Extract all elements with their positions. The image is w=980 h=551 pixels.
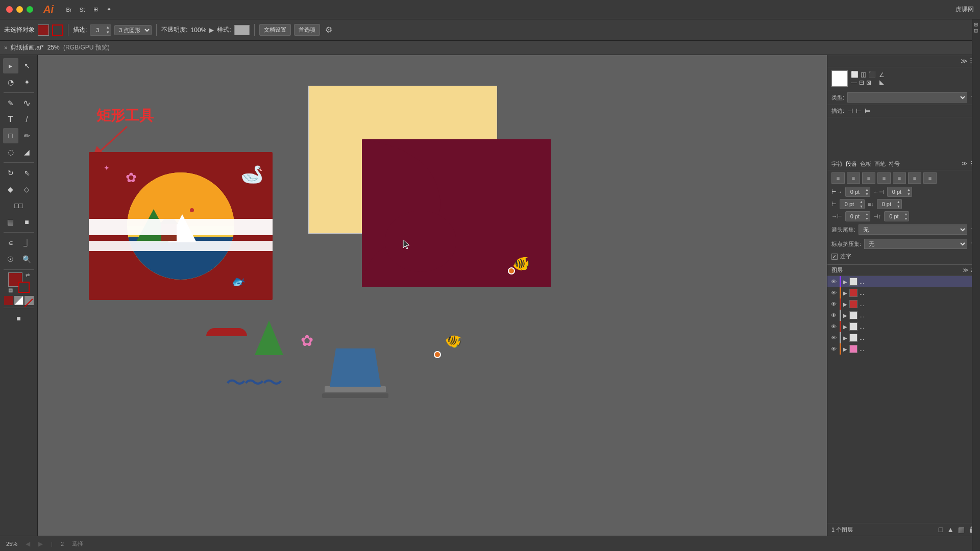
pen-discovery-icon[interactable]: ✦: [103, 4, 114, 15]
angle-icon[interactable]: ∠: [879, 71, 885, 79]
space-before-input[interactable]: [840, 201, 859, 207]
stroke-up-btn[interactable]: ▲: [105, 25, 111, 30]
side-strip-icon-1[interactable]: ⊞: [973, 22, 979, 27]
nav-next-icon[interactable]: ▶: [38, 540, 43, 547]
layer-expand-6[interactable]: ▶: [843, 335, 847, 341]
layer-row-5[interactable]: 👁 ▶ ...: [827, 321, 980, 332]
indent-right-up[interactable]: ▲: [906, 187, 912, 192]
more-tabs-icon[interactable]: ≫: [962, 160, 968, 168]
warp-tool[interactable]: ◆: [3, 182, 18, 197]
align-left-btn[interactable]: ≡: [831, 172, 845, 184]
layer-expand-4[interactable]: ▶: [843, 313, 847, 318]
gradient-tool[interactable]: ◢: [19, 144, 35, 160]
tab-close-btn[interactable]: ×: [4, 44, 8, 52]
nav-prev-icon[interactable]: ◀: [26, 540, 30, 547]
slice-tool[interactable]: ∊: [3, 235, 18, 251]
layer-row-6[interactable]: 👁 ▶ ...: [827, 332, 980, 343]
none-mode-btn[interactable]: [24, 296, 34, 305]
layer-row-7[interactable]: 👁 ▶ ...: [827, 343, 980, 355]
grid-icon[interactable]: ⊞: [90, 4, 101, 15]
layer-expand-7[interactable]: ▶: [843, 346, 847, 352]
layers-make-layer-icon[interactable]: □: [939, 525, 943, 534]
hand-tool[interactable]: ☉: [3, 252, 18, 267]
char-tab-zifu[interactable]: 字符: [831, 160, 843, 168]
layer-eye-2[interactable]: 👁: [829, 290, 838, 296]
char-tab-fuhao[interactable]: 符号: [889, 160, 900, 168]
align-justify-last-btn[interactable]: ≡: [893, 172, 906, 184]
align-justify-btn[interactable]: ≡: [877, 172, 891, 184]
layer-row-4[interactable]: 👁 ▶ ...: [827, 310, 980, 321]
scale-tool[interactable]: ⇖: [19, 165, 35, 181]
maximize-button[interactable]: [27, 6, 33, 13]
select-tool[interactable]: ▸: [3, 58, 18, 73]
stroke-box[interactable]: [52, 24, 63, 36]
line-tool[interactable]: /: [19, 112, 35, 127]
layer-expand-2[interactable]: ▶: [843, 290, 847, 296]
corner-icon[interactable]: ◣: [879, 79, 884, 86]
char-tab-huabi[interactable]: 画笔: [874, 160, 886, 168]
word-space-input[interactable]: [885, 213, 903, 219]
space-before-up[interactable]: ▲: [859, 199, 864, 204]
char-tab-sebans[interactable]: 色板: [860, 160, 871, 168]
indent-right-input[interactable]: [888, 189, 906, 195]
curvature-tool[interactable]: ∿: [19, 95, 35, 111]
minimize-button[interactable]: [16, 6, 23, 13]
artboard-tool[interactable]: ■: [19, 214, 35, 230]
layer-expand-5[interactable]: ▶: [843, 324, 847, 330]
arrange-icon[interactable]: ⚙: [325, 25, 332, 35]
layer-row-3[interactable]: 👁 ▶ ...: [827, 298, 980, 310]
preferences-button[interactable]: 首选项: [294, 24, 320, 36]
avoid-heading-select[interactable]: 无: [859, 224, 967, 235]
layers-move-selection-icon[interactable]: ▲: [947, 525, 954, 534]
column-graph-tool[interactable]: ▦: [3, 214, 18, 230]
word-space-up[interactable]: ▲: [903, 212, 909, 216]
pencil-tool[interactable]: ✏: [19, 128, 35, 143]
panel-more-icon[interactable]: ≫: [961, 57, 968, 65]
layer-eye-3[interactable]: 👁: [829, 301, 838, 307]
align-justify-all-btn[interactable]: ≡: [908, 172, 921, 184]
layer-eye-7[interactable]: 👁: [829, 346, 838, 352]
indent-left-input[interactable]: [846, 189, 864, 195]
type-tool[interactable]: T: [3, 112, 18, 127]
reset-colors-icon[interactable]: ▦: [8, 287, 13, 293]
cap-icon-2[interactable]: ⊟: [859, 79, 864, 86]
color-mode-btn[interactable]: [4, 296, 13, 305]
ligature-checkbox[interactable]: [831, 254, 838, 260]
word-space-down[interactable]: ▼: [903, 216, 909, 221]
bridge-icon[interactable]: Br: [63, 4, 75, 15]
space-after-input[interactable]: [877, 201, 896, 207]
indent-left-up[interactable]: ▲: [864, 187, 870, 192]
indent-left-down[interactable]: ▼: [864, 192, 870, 196]
space-after-down[interactable]: ▼: [896, 204, 901, 209]
layer-row-1[interactable]: 👁 ▶ ...: [827, 276, 980, 287]
space-after-up[interactable]: ▲: [896, 199, 901, 204]
stroke-align-icon-2[interactable]: ◫: [861, 71, 866, 78]
paint-bucket-tool[interactable]: ◌: [3, 144, 18, 160]
align-center-btn[interactable]: ≡: [847, 172, 860, 184]
side-strip-icon-2[interactable]: ⊟: [973, 29, 979, 33]
stroke-width-input[interactable]: [90, 27, 105, 33]
align-right-btn[interactable]: ≡: [862, 172, 875, 184]
indent-right-down[interactable]: ▼: [906, 192, 912, 196]
stroke-color-indicator[interactable]: [18, 282, 30, 293]
stroke-align-icon-1[interactable]: ⬜: [851, 71, 859, 78]
zoom-tool[interactable]: 🔍: [19, 252, 35, 267]
opacity-expand-icon[interactable]: ▶: [209, 27, 214, 34]
first-line-spinner[interactable]: ▲ ▼: [845, 211, 870, 221]
layers-collect-icon[interactable]: ▦: [958, 525, 965, 534]
word-space-spinner[interactable]: ▲ ▼: [884, 211, 909, 221]
layer-eye-6[interactable]: 👁: [829, 335, 838, 341]
indent-right-spinner[interactable]: ▲ ▼: [887, 187, 912, 197]
layer-row-2[interactable]: 👁 ▶ ...: [827, 287, 980, 298]
eyedropper-tool[interactable]: ⏌: [19, 235, 35, 251]
layer-eye-1[interactable]: 👁: [829, 279, 838, 285]
layer-expand-3[interactable]: ▶: [843, 302, 847, 307]
stroke-down-btn[interactable]: ▼: [105, 30, 111, 35]
space-before-spinner[interactable]: ▲ ▼: [840, 199, 865, 209]
stroke-pos-left-icon[interactable]: ⊣: [847, 107, 853, 115]
space-before-down[interactable]: ▼: [859, 204, 864, 209]
indent-left-spinner[interactable]: ▲ ▼: [845, 187, 870, 197]
stroke-pos-right-icon[interactable]: ⊨: [865, 107, 870, 115]
compress-select[interactable]: 无: [864, 239, 967, 249]
lasso-tool[interactable]: ◔: [3, 74, 18, 90]
